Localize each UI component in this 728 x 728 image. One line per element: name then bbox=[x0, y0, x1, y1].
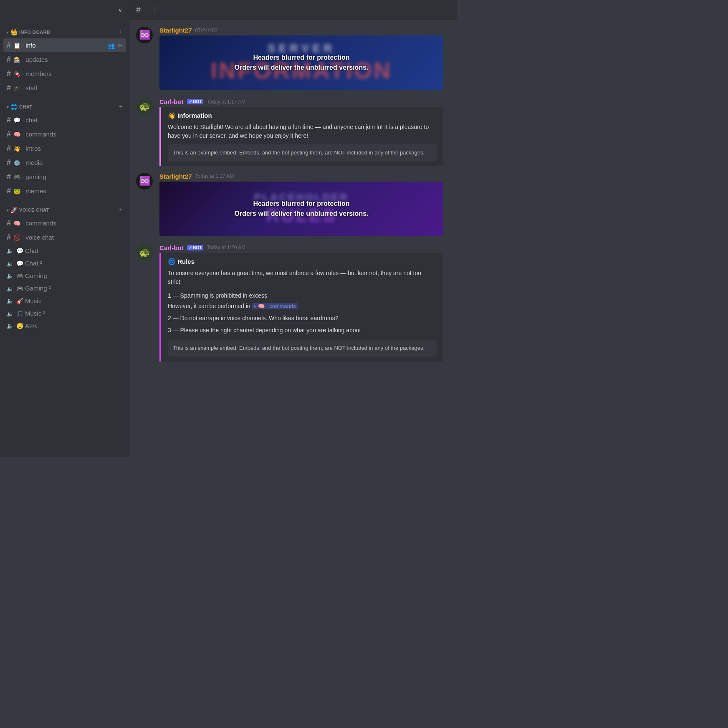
server-header[interactable]: ∨ bbox=[0, 0, 129, 20]
add-member-icon[interactable]: 👥 bbox=[108, 42, 115, 49]
ch-emoji-vc-Chat2: 💬 bbox=[16, 260, 23, 267]
avatar-msg3: ♾️ bbox=[136, 173, 153, 190]
server-chevron-icon: ∨ bbox=[118, 7, 122, 13]
hash-icon-chat: # bbox=[7, 116, 11, 124]
channel-label-gaming: · gaming bbox=[22, 173, 123, 180]
channel-item-vc-Music[interactable]: 🔈 🎸 Music bbox=[3, 295, 126, 307]
channel-header: # bbox=[129, 5, 457, 15]
channel-item-vc-Chat2[interactable]: 🔈 💬 Chat ² bbox=[3, 257, 126, 269]
hash-icon-voice-chat-ch: # bbox=[7, 233, 11, 242]
category-header-info-board[interactable]: ▾ 👑 INFO BOARD + bbox=[3, 27, 126, 38]
hash-icon-commands: # bbox=[7, 130, 11, 139]
ch-emoji-vc-commands: 🧠 bbox=[13, 220, 20, 227]
channel-item-members[interactable]: # 🍫 · members bbox=[3, 67, 126, 81]
channel-item-vc-Music2[interactable]: 🔈 🎵 Music ² bbox=[3, 307, 126, 319]
hash-icon-info: # bbox=[7, 41, 11, 50]
category-emoji-voice-chat: 🚀 bbox=[10, 207, 18, 213]
rule-item-2: 3 — Please use the right channel dependi… bbox=[168, 325, 437, 336]
timestamp-msg3: Today at 1:17 AM bbox=[195, 173, 234, 179]
timestamp-msg4: Today at 1:20 AM bbox=[207, 245, 245, 250]
settings-icon[interactable]: ⚙ bbox=[117, 42, 123, 49]
avatar-msg4: 🐢 bbox=[136, 244, 153, 261]
username-msg1: Starlight27 bbox=[159, 27, 192, 34]
ch-emoji-vc-Gaming2: 🎮 bbox=[16, 285, 23, 292]
ch-emoji-info: 📋 bbox=[13, 42, 20, 49]
message-header-msg1: Starlight2707/24/2021 bbox=[159, 27, 450, 34]
blur-line1-msg1: Headers blurred for protection bbox=[235, 53, 369, 63]
category-add-button-voice-chat[interactable]: + bbox=[119, 206, 123, 214]
category-name-chat: CHAT bbox=[19, 104, 119, 109]
blurred-banner-msg3: PLACEHOLDERRULES Headers blurred for pro… bbox=[159, 182, 443, 236]
ch-emoji-intros: 👋 bbox=[13, 145, 20, 152]
category-header-chat[interactable]: ▾ 🌐 CHAT + bbox=[3, 101, 126, 112]
channel-label-vc-Music: Music bbox=[25, 297, 123, 304]
channel-item-updates[interactable]: # 🎰 · updates bbox=[3, 53, 126, 66]
rule-item-1: 2 — Do not earrape in voice channels. Wh… bbox=[168, 313, 437, 324]
channel-item-vc-Chat[interactable]: 🔈 💬 Chat bbox=[3, 245, 126, 257]
bot-badge-msg2: ✓ BOT bbox=[187, 99, 204, 104]
category-header-voice-chat[interactable]: ▾ 🚀 VOICE CHAT + bbox=[3, 205, 126, 215]
channel-label-vc-Chat2: Chat ² bbox=[25, 260, 123, 267]
channel-label-memes: · memes bbox=[22, 187, 123, 195]
channel-label-vc-Music2: Music ² bbox=[25, 310, 123, 317]
speaker-icon-vc-AFK: 🔈 bbox=[7, 323, 14, 329]
category-arrow-icon: ▾ bbox=[7, 208, 9, 212]
channel-item-commands[interactable]: # 🧠 · commands bbox=[3, 127, 126, 141]
channel-item-voice-chat-ch[interactable]: # 🚫 · voice.chat bbox=[3, 230, 126, 244]
hash-icon-memes: # bbox=[7, 187, 11, 195]
rule-item-0: 1 — Spamming is prohibited in excessHowe… bbox=[168, 291, 437, 311]
channel-item-staff[interactable]: # 🎓 · staff bbox=[3, 81, 126, 95]
channel-item-intros[interactable]: # 👋 · intros bbox=[3, 142, 126, 155]
timestamp-msg1: 07/24/2021 bbox=[195, 28, 220, 33]
category-name-voice-chat: VOICE CHAT bbox=[19, 207, 119, 212]
channel-item-vc-Gaming[interactable]: 🔈 🎮 Gaming bbox=[3, 270, 126, 282]
category-add-button-chat[interactable]: + bbox=[119, 103, 123, 111]
ch-emoji-members: 🍫 bbox=[13, 71, 20, 77]
speaker-icon-vc-Music: 🔈 bbox=[7, 298, 14, 304]
channel-item-chat[interactable]: # 💬 · chat bbox=[3, 113, 126, 127]
speaker-icon-vc-Gaming: 🔈 bbox=[7, 273, 14, 279]
channel-item-info[interactable]: # 📋 · info 👥 ⚙ bbox=[3, 38, 126, 52]
chat-area: ♾️Starlight2707/24/2021SERVERINFORMATION… bbox=[129, 20, 457, 457]
channel-label-vc-AFK: AFK bbox=[25, 322, 123, 329]
channel-item-gaming[interactable]: # 🎮 · gaming bbox=[3, 170, 126, 184]
ch-emoji-commands: 🧠 bbox=[13, 131, 20, 138]
channel-label-info: · info bbox=[22, 42, 108, 49]
avatar-msg1: ♾️ bbox=[136, 27, 153, 43]
embed-sub-msg4: This is an example embed. Embeds, and th… bbox=[168, 340, 437, 356]
channel-label-vc-Gaming: Gaming bbox=[25, 272, 123, 279]
message-content-msg2: Carl-bot✓ BOTToday at 1:17 AM👋 Informati… bbox=[159, 98, 450, 166]
embed-rules-msg4: 1 — Spamming is prohibited in excessHowe… bbox=[168, 291, 437, 336]
category-add-button-info-board[interactable]: + bbox=[119, 28, 123, 36]
bot-badge-msg4: ✓ BOT bbox=[187, 245, 204, 250]
channel-label-vc-Gaming2: Gaming ² bbox=[25, 285, 123, 292]
message-content-msg4: Carl-bot✓ BOTToday at 1:20 AM🌀 RulesTo e… bbox=[159, 244, 450, 361]
message-content-msg1: Starlight2707/24/2021SERVERINFORMATION H… bbox=[159, 27, 450, 91]
channel-item-media[interactable]: # ⚙️ · media bbox=[3, 156, 126, 169]
channel-item-memes[interactable]: # 🐸 · memes bbox=[3, 184, 126, 198]
category-info-board: ▾ 👑 INFO BOARD + # 📋 · info 👥 ⚙ # 🎰 · up… bbox=[0, 27, 129, 95]
channel-divider bbox=[154, 6, 154, 14]
embed-title-msg2: 👋 Information bbox=[168, 112, 437, 119]
timestamp-msg2: Today at 1:17 AM bbox=[207, 99, 245, 105]
inline-channel-ref[interactable]: # 🧠 · commands bbox=[252, 303, 298, 309]
channel-item-vc-AFK[interactable]: 🔈 😴 AFK bbox=[3, 320, 126, 332]
channel-label-vc-Chat: Chat bbox=[25, 247, 123, 254]
blur-overlay-msg3: Headers blurred for protection Orders wi… bbox=[235, 199, 369, 219]
category-emoji-chat: 🌐 bbox=[10, 104, 18, 110]
hash-icon-intros: # bbox=[7, 144, 11, 153]
top-bar: ∨ # bbox=[0, 0, 457, 20]
username-msg2: Carl-bot bbox=[159, 98, 184, 105]
channel-item-vc-Gaming2[interactable]: 🔈 🎮 Gaming ² bbox=[3, 282, 126, 294]
hash-icon-updates: # bbox=[7, 55, 11, 64]
speaker-icon-vc-Chat: 🔈 bbox=[7, 248, 14, 254]
channel-label-voice-chat-ch: · voice.chat bbox=[22, 234, 123, 241]
channel-label-staff: · staff bbox=[22, 84, 123, 91]
channel-item-vc-commands[interactable]: # 🧠 · commands bbox=[3, 216, 126, 230]
channel-label-updates: · updates bbox=[22, 56, 123, 63]
ch-emoji-media: ⚙️ bbox=[13, 159, 20, 166]
embed-sub-msg2: This is an example embed. Embeds, and th… bbox=[168, 144, 437, 161]
ch-emoji-vc-Chat: 💬 bbox=[16, 248, 23, 254]
embed-title-msg4: 🌀 Rules bbox=[168, 258, 437, 265]
message-group-msg4: 🐢Carl-bot✓ BOTToday at 1:20 AM🌀 RulesTo … bbox=[136, 244, 450, 361]
